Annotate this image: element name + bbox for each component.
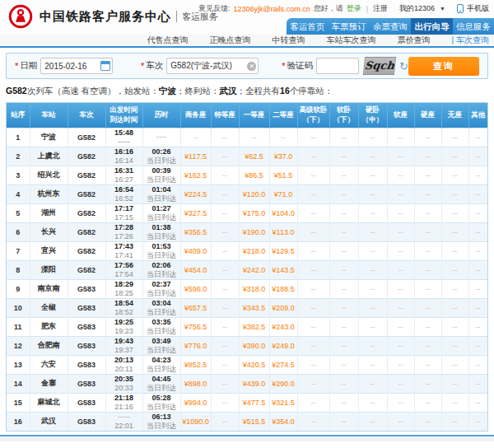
nav-item[interactable]: 客运首页 <box>287 18 328 35</box>
cell-price: -- <box>329 336 358 355</box>
train-number-input[interactable] <box>166 58 259 74</box>
cell-price: -- <box>358 203 387 222</box>
my12306-menu[interactable]: 我的12306 <box>399 3 435 14</box>
cell-price: ¥321.5 <box>269 393 297 412</box>
cell-station: 杭州东 <box>30 184 68 203</box>
cell-price: ¥852.5 <box>180 355 211 374</box>
cell-price: -- <box>297 279 329 298</box>
cell-price: ¥129.5 <box>269 241 297 260</box>
subnav-item[interactable]: 代售点查询 <box>147 35 188 46</box>
column-header: 出发时间到达时间 <box>105 103 142 128</box>
cell-price: -- <box>441 128 468 147</box>
cell-times: 17:1717:15 <box>105 203 142 222</box>
cell-price: -- <box>329 184 358 203</box>
login-link[interactable]: 登录 <box>347 3 361 14</box>
subnav-item[interactable]: 车站车次查询 <box>326 35 375 46</box>
calendar-icon[interactable] <box>100 61 110 71</box>
cell-price: ¥162.5 <box>180 166 211 184</box>
cell-seq: 4 <box>7 184 30 203</box>
mobile-version-link[interactable]: 手机版 <box>467 3 489 14</box>
table-row: 15麻城北G58321:1821:1605:28当日到达¥994.0--¥477… <box>7 393 487 412</box>
table-row: 16武汉G583-----22:0106:13当日到达¥1090.0--¥515… <box>7 412 487 431</box>
cell-price: ¥756.5 <box>180 317 211 336</box>
cell-price: -- <box>269 128 297 147</box>
cell-price: ¥37.0 <box>269 147 297 166</box>
cell-price: -- <box>468 298 487 317</box>
nav-item[interactable]: 车票预订 <box>328 18 369 35</box>
cell-duration: 00:26当日到达 <box>142 147 180 166</box>
cell-price: -- <box>387 412 414 431</box>
cell-price: -- <box>468 393 487 412</box>
cell-price: -- <box>211 298 239 317</box>
cell-price: -- <box>211 184 239 203</box>
query-button[interactable]: 查询 <box>408 57 479 76</box>
cell-price: -- <box>329 412 358 431</box>
subnav-item[interactable]: 票价查询 <box>397 35 430 46</box>
cell-station: 宜兴 <box>30 241 68 260</box>
column-header: 历时 <box>142 103 180 128</box>
nav-item[interactable]: 出行向导 <box>411 18 452 35</box>
cell-price: -- <box>239 128 269 147</box>
cell-price: -- <box>329 147 358 166</box>
cell-seq: 9 <box>7 279 30 298</box>
register-link[interactable]: 注册 <box>373 3 388 14</box>
required-marker: * <box>15 61 18 71</box>
cell-times: 17:5617:54 <box>105 260 142 279</box>
cell-price: ¥1090.0 <box>180 412 211 431</box>
cell-price: -- <box>297 222 329 241</box>
cell-price: -- <box>441 241 468 260</box>
cell-price: -- <box>414 241 441 260</box>
cell-duration: ---- <box>142 128 180 147</box>
mobile-phone-icon <box>457 4 464 13</box>
search-form: * 日期 * 车次 ✕ * 验证码 Sqch ↻ 查询 <box>6 53 488 79</box>
cell-price: ¥175.0 <box>239 203 269 222</box>
table-row: 3绍兴北G58216:3116:2700:39当日到达¥162.5--¥86.5… <box>7 166 487 184</box>
clear-icon[interactable]: ✕ <box>247 62 256 71</box>
cell-price: -- <box>468 128 487 147</box>
cell-price: -- <box>297 166 329 184</box>
cell-times: 16:5416:52 <box>105 184 142 203</box>
nav-item[interactable]: 信息服务 <box>453 18 494 35</box>
cell-price: -- <box>414 374 441 393</box>
nav-item[interactable]: 余票查询 <box>370 18 411 35</box>
required-marker: * <box>282 61 285 71</box>
captcha-image[interactable]: Sqch <box>363 57 396 75</box>
cell-price: -- <box>414 393 441 412</box>
cell-price: -- <box>414 166 441 184</box>
cell-price: -- <box>414 317 441 336</box>
cell-price: -- <box>297 260 329 279</box>
train-summary: G582次列车（高速 有空调），始发站：宁波；终到站：武汉；全程共有16个停靠站… <box>6 86 488 97</box>
cell-price: -- <box>387 298 414 317</box>
cell-price: ¥439.0 <box>239 374 269 393</box>
cell-station: 溧阳 <box>30 260 68 279</box>
refresh-icon[interactable]: ↻ <box>399 60 408 72</box>
captcha-input[interactable] <box>316 58 359 74</box>
train-label: 车次 <box>146 60 163 72</box>
subnav-item[interactable]: 中转查询 <box>272 35 305 46</box>
subnav-item[interactable]: 车次查询 <box>451 35 489 46</box>
column-header: 软座 <box>387 103 414 128</box>
cell-price: ¥290.0 <box>269 374 297 393</box>
cell-train: G583 <box>68 298 105 317</box>
top-header: 中国铁路客户服务中心 客运服务 意见反馈: 12306yjk@rails.com… <box>0 0 494 35</box>
cell-duration: 06:13当日到达 <box>142 412 180 431</box>
table-row: 7宜兴G58217:4317:4101:53当日到达¥409.0--¥218.0… <box>7 241 487 260</box>
column-header: 硬卧（中） <box>358 103 387 128</box>
table-row: 5湖州G58217:1717:1501:27当日到达¥327.5--¥175.0… <box>7 203 487 222</box>
footer-divider <box>0 435 494 441</box>
table-row: 13六安G58320:1320:1104:23当日到达¥852.5--¥420.… <box>7 355 487 374</box>
cell-price: ¥354.0 <box>269 412 297 431</box>
subnav-item[interactable]: 正晚点查询 <box>209 35 250 46</box>
logo-block[interactable]: 中国铁路客户服务中心 客运服务 <box>8 4 218 29</box>
cell-station: 肥东 <box>30 317 68 336</box>
link-separator: | <box>366 5 368 13</box>
cell-price: -- <box>297 374 329 393</box>
chevron-down-icon[interactable]: ▼ <box>440 6 445 12</box>
schedule-table-container: 站序车站车次出发时间到达时间历时商务座特等座一等座二等座高级软卧（下）软卧（下）… <box>6 102 488 432</box>
feedback-email-link[interactable]: 12306yjk@rails.com.cn <box>234 5 310 13</box>
cell-price: ¥218.0 <box>239 241 269 260</box>
cell-station: 六安 <box>30 355 68 374</box>
cell-price: ¥117.5 <box>180 147 211 166</box>
table-body: 1宁波G58215:48----------------------------… <box>7 128 487 431</box>
cell-duration: 03:35当日到达 <box>142 317 180 336</box>
